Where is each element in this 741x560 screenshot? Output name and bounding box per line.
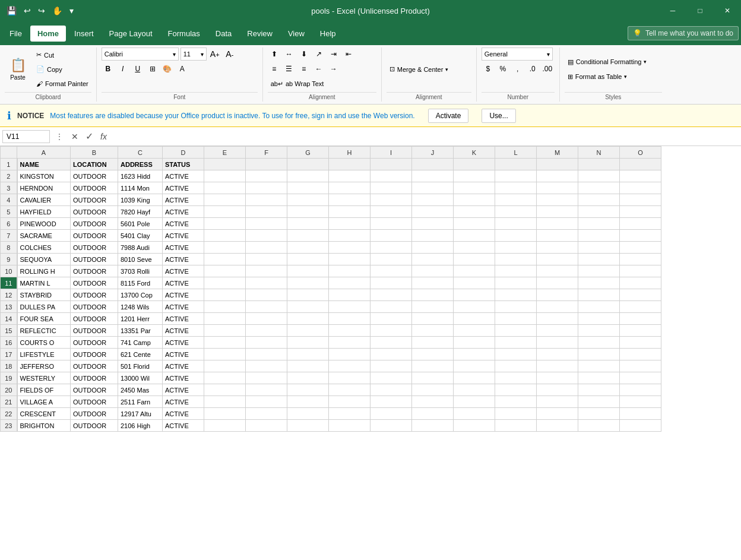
- cell-N5[interactable]: [578, 206, 620, 218]
- cell-I23[interactable]: [370, 420, 412, 432]
- cell-K4[interactable]: [454, 194, 495, 206]
- cell-M16[interactable]: [537, 337, 578, 349]
- menu-page-layout[interactable]: Page Layout: [102, 26, 160, 42]
- cell-H5[interactable]: [329, 206, 370, 218]
- cell-M9[interactable]: [537, 254, 578, 265]
- cell-C8[interactable]: 7988 Audi: [118, 242, 163, 254]
- cell-N3[interactable]: [578, 182, 620, 194]
- cell-D23[interactable]: ACTIVE: [163, 420, 204, 432]
- cell-D8[interactable]: ACTIVE: [163, 242, 204, 254]
- cell-J5[interactable]: [412, 206, 454, 218]
- cell-M13[interactable]: [537, 301, 578, 313]
- cell-K19[interactable]: [454, 372, 495, 384]
- cell-B8[interactable]: OUTDOOR: [71, 242, 118, 254]
- cell-M19[interactable]: [537, 372, 578, 384]
- cell-D19[interactable]: ACTIVE: [163, 372, 204, 384]
- wrap-indent-button[interactable]: ⇥: [327, 48, 340, 61]
- cell-L7[interactable]: [495, 230, 537, 242]
- maximize-button[interactable]: □: [686, 0, 714, 21]
- cell-A16[interactable]: COURTS O: [17, 337, 71, 349]
- cell-G22[interactable]: [287, 408, 329, 420]
- cell-H3[interactable]: [329, 182, 370, 194]
- cell-F5[interactable]: [246, 206, 287, 218]
- cell-D10[interactable]: ACTIVE: [163, 265, 204, 277]
- cell-D17[interactable]: ACTIVE: [163, 349, 204, 360]
- cell-L14[interactable]: [495, 313, 537, 325]
- merge-center-button[interactable]: ⊡ Merge & Center ▾: [387, 63, 452, 76]
- cell-A10[interactable]: ROLLING H: [17, 265, 71, 277]
- col-header-L[interactable]: L: [495, 147, 537, 159]
- cell-D4[interactable]: ACTIVE: [163, 194, 204, 206]
- cell-O9[interactable]: [620, 254, 661, 265]
- cell-K5[interactable]: [454, 206, 495, 218]
- cell-K1[interactable]: [454, 159, 495, 170]
- cell-A9[interactable]: SEQUOYA: [17, 254, 71, 265]
- cell-G20[interactable]: [287, 384, 329, 396]
- cell-D11[interactable]: ACTIVE: [163, 277, 204, 289]
- cell-G23[interactable]: [287, 420, 329, 432]
- font-color-button[interactable]: A: [176, 62, 189, 75]
- decrease-font-button[interactable]: A-: [223, 48, 236, 61]
- cell-A19[interactable]: WESTERLY: [17, 372, 71, 384]
- cell-K3[interactable]: [454, 182, 495, 194]
- cell-G21[interactable]: [287, 396, 329, 408]
- cell-L18[interactable]: [495, 360, 537, 372]
- cell-F8[interactable]: [246, 242, 287, 254]
- cell-A17[interactable]: LIFESTYLE: [17, 349, 71, 360]
- cell-K12[interactable]: [454, 289, 495, 301]
- cell-K16[interactable]: [454, 337, 495, 349]
- row-number-10[interactable]: 10: [1, 265, 17, 277]
- currency-button[interactable]: $: [482, 62, 495, 75]
- cell-A2[interactable]: KINGSTON: [17, 170, 71, 182]
- cell-I10[interactable]: [370, 265, 412, 277]
- formula-input[interactable]: [112, 132, 739, 141]
- cell-O16[interactable]: [620, 337, 661, 349]
- cell-F16[interactable]: [246, 337, 287, 349]
- cell-C20[interactable]: 2450 Mas: [118, 384, 163, 396]
- cell-B19[interactable]: OUTDOOR: [71, 372, 118, 384]
- cell-G3[interactable]: [287, 182, 329, 194]
- cell-C10[interactable]: 3703 Rolli: [118, 265, 163, 277]
- cell-C9[interactable]: 8010 Seve: [118, 254, 163, 265]
- cell-A13[interactable]: DULLES PA: [17, 301, 71, 313]
- cell-F21[interactable]: [246, 396, 287, 408]
- cell-C18[interactable]: 501 Florid: [118, 360, 163, 372]
- comma-button[interactable]: ,: [511, 62, 524, 75]
- tell-me-search[interactable]: 💡 Tell me what you want to do: [628, 26, 739, 40]
- cell-B1[interactable]: LOCATION: [71, 159, 118, 170]
- cell-I14[interactable]: [370, 313, 412, 325]
- cell-G14[interactable]: [287, 313, 329, 325]
- cell-O11[interactable]: [620, 277, 661, 289]
- cell-E14[interactable]: [204, 313, 246, 325]
- cell-N14[interactable]: [578, 313, 620, 325]
- cell-E22[interactable]: [204, 408, 246, 420]
- cell-J1[interactable]: [412, 159, 454, 170]
- cell-O7[interactable]: [620, 230, 661, 242]
- cell-I18[interactable]: [370, 360, 412, 372]
- cell-G12[interactable]: [287, 289, 329, 301]
- cell-reference-box[interactable]: V11: [2, 130, 50, 143]
- cell-F3[interactable]: [246, 182, 287, 194]
- cell-L6[interactable]: [495, 218, 537, 230]
- cell-D13[interactable]: ACTIVE: [163, 301, 204, 313]
- cell-E1[interactable]: [204, 159, 246, 170]
- cell-J9[interactable]: [412, 254, 454, 265]
- cell-M10[interactable]: [537, 265, 578, 277]
- cell-O19[interactable]: [620, 372, 661, 384]
- cell-E13[interactable]: [204, 301, 246, 313]
- grid-container[interactable]: A B C D E F G H I J K L M N O 1: [0, 146, 741, 432]
- number-format-dropdown[interactable]: General ▾: [482, 48, 553, 61]
- cell-E8[interactable]: [204, 242, 246, 254]
- cell-H19[interactable]: [329, 372, 370, 384]
- cell-F18[interactable]: [246, 360, 287, 372]
- cell-C13[interactable]: 1248 Wils: [118, 301, 163, 313]
- cell-J19[interactable]: [412, 372, 454, 384]
- cell-A5[interactable]: HAYFIELD: [17, 206, 71, 218]
- cell-D9[interactable]: ACTIVE: [163, 254, 204, 265]
- cell-O2[interactable]: [620, 170, 661, 182]
- cell-I20[interactable]: [370, 384, 412, 396]
- cell-J2[interactable]: [412, 170, 454, 182]
- cell-L16[interactable]: [495, 337, 537, 349]
- insert-function-icon[interactable]: fx: [98, 132, 109, 141]
- cell-M12[interactable]: [537, 289, 578, 301]
